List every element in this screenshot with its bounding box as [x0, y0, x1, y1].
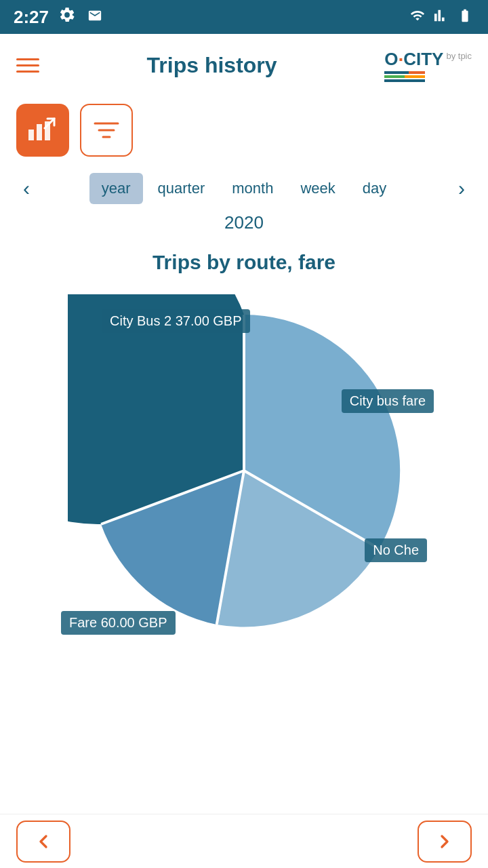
signal-icon: [434, 8, 449, 26]
status-icons: [408, 8, 474, 26]
tab-month[interactable]: month: [220, 173, 285, 204]
label-fare: Fare 60.00 GBP: [61, 611, 176, 635]
bottom-navigation: [0, 814, 488, 868]
tab-year[interactable]: year: [89, 173, 143, 204]
tab-quarter[interactable]: quarter: [146, 173, 218, 204]
pie-svg: [68, 294, 420, 647]
chart-button[interactable]: [16, 104, 69, 157]
period-tabs: year quarter month week day: [39, 173, 449, 204]
filter-button[interactable]: [80, 104, 133, 157]
chart-title: Trips by route, fare: [0, 244, 488, 288]
time-display: 2:27: [14, 7, 49, 28]
battery-icon: [455, 8, 474, 26]
tab-day[interactable]: day: [350, 173, 399, 204]
header: Trips history O · CITY by tpic: [0, 34, 488, 97]
prev-period-button[interactable]: ‹: [14, 170, 39, 207]
tab-week[interactable]: week: [288, 173, 347, 204]
wifi-icon: [408, 8, 427, 26]
svg-rect-0: [28, 130, 34, 140]
next-button[interactable]: [418, 821, 472, 863]
chart-container: City Bus 2 37.00 GBP City bus fare No Ch…: [0, 288, 488, 667]
logo: O · CITY by tpic: [384, 49, 472, 82]
status-bar: 2:27: [0, 0, 488, 34]
label-city-bus-fare: City bus fare: [342, 389, 434, 413]
prev-button[interactable]: [16, 821, 70, 863]
page-title: Trips history: [147, 53, 277, 78]
settings-icon: [58, 6, 76, 28]
label-city-bus2: City Bus 2 37.00 GBP: [102, 309, 250, 333]
menu-button[interactable]: [16, 58, 39, 73]
svg-rect-1: [37, 124, 42, 140]
period-navigation: ‹ year quarter month week day ›: [0, 170, 488, 207]
logo-subtext: by tpic: [446, 51, 472, 61]
logo-text: O: [384, 49, 398, 70]
pie-chart: City Bus 2 37.00 GBP City bus fare No Ch…: [68, 294, 420, 647]
current-period: 2020: [0, 207, 488, 244]
logo-lines: [384, 71, 425, 82]
toolbar: [0, 97, 488, 170]
logo-city-text: CITY: [403, 49, 443, 70]
next-period-button[interactable]: ›: [449, 170, 474, 207]
label-no-che: No Che: [365, 538, 427, 562]
email-icon: [85, 7, 104, 28]
logo-dot-icon: ·: [398, 50, 403, 69]
